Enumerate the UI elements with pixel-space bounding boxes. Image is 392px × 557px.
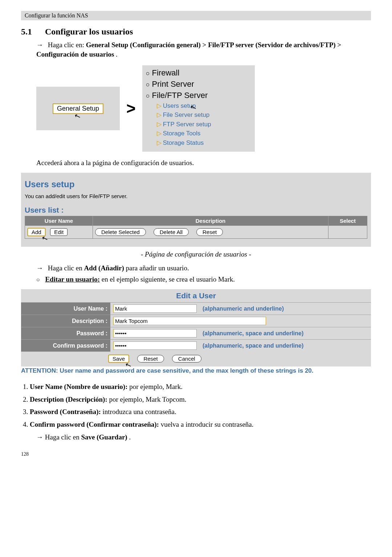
menu-item-storage-status[interactable]: Storage Status (163, 139, 204, 146)
label-description: Description : (21, 315, 110, 327)
label-confirm-password: Confirm password : (21, 340, 110, 352)
attention-note: ATTENTION: User name and password are ca… (21, 366, 371, 374)
hint-password: (alphanumeric, space and underline) (200, 327, 371, 340)
running-header: Configurar la función NAS (21, 11, 371, 20)
password-input[interactable] (113, 329, 197, 337)
reset-button[interactable]: Reset (196, 228, 223, 236)
paragraph: Accederá ahora a la página de configurac… (36, 158, 371, 168)
section-title: Configurar los usuarios (45, 27, 133, 36)
nav-instruction: Haga clic en: General Setup (Configuraci… (36, 40, 371, 59)
save-button[interactable]: Save ↖ (108, 355, 129, 363)
edit-user-pane: Edit a User User Name : (alphanumeric an… (21, 289, 371, 366)
pane-subtitle: You can add/edit users for File/FTP serv… (25, 193, 367, 199)
add-instruction: Haga clic en Add (Añadir) para añadir un… (36, 263, 371, 273)
menu-item-storage-tools[interactable]: Storage Tools (163, 130, 201, 137)
list-item: Confirm password (Confirmar contraseña):… (30, 419, 371, 430)
delete-selected-button[interactable]: Delete Selected (95, 228, 146, 236)
section-heading: 5.1 Configurar los usuarios (21, 27, 371, 37)
cursor-icon: ↖ (73, 111, 82, 121)
figure-caption: - Página de configuración de usuarios - (21, 250, 371, 258)
delete-all-button[interactable]: Delete All (154, 228, 189, 236)
general-setup-button[interactable]: General Setup ↖ (53, 103, 103, 114)
col-description: Description (93, 216, 328, 225)
edit-button[interactable]: Edit (50, 228, 68, 236)
users-setup-pane: Users setup You can add/edit users for F… (21, 173, 371, 247)
hint-username: (alphanumeric and underline) (200, 303, 371, 315)
menu-panel: ○Firewall ○Print Server ○File/FTP Server… (142, 65, 255, 152)
breadcrumb-arrow: > (126, 99, 136, 118)
cursor-icon: ↖ (40, 233, 49, 243)
menu-item-file-server[interactable]: File Server setup (163, 111, 210, 118)
section-number: 5.1 (21, 27, 43, 37)
save-instruction: → Haga clic en Save (Guardar) . (36, 433, 371, 442)
username-input[interactable] (113, 304, 197, 313)
col-select: Select (328, 216, 367, 225)
list-item: User Name (Nombre de usuario): por ejemp… (30, 382, 371, 392)
field-explanations: User Name (Nombre de usuario): por ejemp… (21, 382, 371, 430)
users-list-title: Users list : (25, 206, 367, 214)
list-item: Description (Descripción): por ejemplo, … (30, 394, 371, 405)
col-user-name: User Name (25, 216, 93, 225)
label-username: User Name : (21, 303, 110, 315)
pane-title: Users setup (25, 179, 367, 189)
description-input[interactable] (113, 317, 266, 325)
menu-item-ftp-server[interactable]: FTP Server setup (163, 121, 211, 128)
users-list-table: User Name Description Select Add ↖ Edit … (25, 216, 367, 239)
list-item: Password (Contraseña): introduzca una co… (30, 407, 371, 417)
hint-confirm-password: (alphanumeric, space and underline) (200, 340, 371, 352)
label-password: Password : (21, 327, 110, 340)
page-number: 128 (21, 451, 371, 457)
reset-button[interactable]: Reset (137, 355, 164, 363)
nav-figure: General Setup ↖ > ○Firewall ○Print Serve… (36, 65, 371, 152)
cancel-button[interactable]: Cancel (172, 355, 201, 363)
edit-user-title: Edit a User (21, 289, 371, 302)
add-button[interactable]: Add ↖ (27, 228, 46, 236)
edit-user-note: Editar un usuario: en el ejemplo siguien… (36, 275, 371, 284)
confirm-password-input[interactable] (113, 341, 197, 350)
